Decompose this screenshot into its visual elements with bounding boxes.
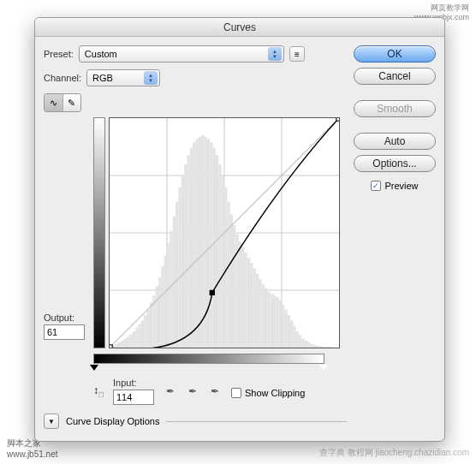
svg-rect-9 (118, 342, 121, 348)
menu-icon: ≡ (295, 50, 300, 59)
svg-rect-12 (127, 336, 129, 348)
input-gradient[interactable] (93, 354, 324, 364)
svg-rect-17 (141, 320, 144, 348)
svg-rect-34 (190, 148, 193, 348)
svg-rect-47 (227, 202, 229, 348)
svg-rect-88 (210, 290, 215, 295)
svg-rect-81 (324, 347, 327, 348)
svg-rect-29 (176, 202, 178, 348)
svg-rect-65 (279, 300, 282, 348)
svg-rect-51 (239, 241, 241, 348)
svg-rect-53 (244, 253, 247, 348)
svg-rect-10 (121, 341, 123, 348)
black-eyedropper[interactable]: ✒ (163, 384, 178, 399)
svg-rect-35 (193, 142, 195, 348)
gray-eyedropper[interactable]: ✒ (185, 384, 200, 399)
curve-display-disclosure[interactable]: ▼ (44, 413, 59, 429)
preset-select[interactable]: Custom ▲▼ (79, 45, 284, 62)
svg-rect-44 (218, 164, 221, 348)
curve-icon: ∿ (50, 98, 57, 109)
svg-rect-24 (161, 266, 164, 348)
svg-rect-60 (265, 289, 267, 348)
svg-rect-87 (110, 345, 112, 348)
svg-rect-52 (241, 247, 244, 348)
svg-rect-57 (256, 274, 259, 348)
ok-button[interactable]: OK (354, 45, 436, 62)
black-point-slider[interactable] (90, 365, 98, 371)
svg-rect-61 (267, 292, 270, 348)
auto-button[interactable]: Auto (354, 133, 436, 150)
preset-menu-button[interactable]: ≡ (289, 46, 305, 62)
svg-rect-70 (293, 326, 295, 348)
dialog-title: Curves (35, 18, 444, 37)
svg-rect-66 (282, 305, 284, 348)
disclosure-label: Curve Display Options (66, 416, 159, 426)
pencil-icon: ✎ (68, 98, 75, 109)
svg-rect-46 (224, 187, 227, 348)
smooth-button[interactable]: Smooth (354, 100, 436, 117)
watermark-bottom-right: 查字典 教程网 jiaocheng.chazidian.com (319, 447, 469, 459)
svg-rect-68 (288, 315, 290, 348)
svg-rect-45 (222, 175, 224, 348)
svg-rect-40 (207, 139, 210, 348)
svg-rect-37 (199, 137, 201, 348)
svg-rect-20 (150, 302, 152, 348)
white-point-slider[interactable] (319, 365, 328, 371)
svg-rect-26 (167, 243, 170, 348)
options-button[interactable]: Options... (354, 155, 436, 172)
curves-dialog: Curves Preset: Custom ▲▼ ≡ Channel: RGB … (34, 17, 445, 442)
svg-rect-55 (250, 263, 253, 348)
preset-label: Preset: (44, 49, 74, 59)
svg-rect-43 (216, 155, 218, 348)
svg-rect-18 (144, 315, 146, 348)
preview-checkbox[interactable]: ✓ Preview (354, 181, 436, 191)
svg-rect-15 (135, 328, 138, 348)
svg-rect-76 (311, 344, 313, 348)
svg-rect-62 (271, 294, 273, 348)
svg-rect-25 (164, 256, 167, 348)
svg-rect-54 (247, 258, 250, 348)
svg-rect-80 (322, 347, 324, 348)
input-field[interactable] (113, 390, 154, 405)
divider (166, 421, 347, 422)
checkbox-icon (231, 388, 241, 398)
channel-select[interactable]: RGB ▲▼ (86, 69, 160, 86)
svg-rect-67 (284, 310, 287, 348)
svg-rect-38 (201, 135, 204, 348)
target-adjust-tool[interactable]: ↕⬚ (93, 384, 104, 398)
eyedropper-icon: ✒ (166, 385, 175, 397)
triangle-down-icon: ▼ (48, 418, 55, 425)
cancel-button[interactable]: Cancel (354, 68, 436, 85)
svg-rect-14 (133, 331, 135, 348)
svg-rect-16 (139, 324, 141, 348)
svg-rect-49 (233, 225, 235, 348)
show-clipping-checkbox[interactable]: Show Clipping (231, 388, 305, 398)
eyedropper-icon: ✒ (211, 385, 219, 397)
svg-rect-23 (158, 277, 161, 348)
output-label: Output: (44, 312, 74, 323)
svg-rect-19 (147, 310, 150, 348)
svg-rect-69 (290, 320, 293, 348)
svg-rect-89 (336, 118, 339, 121)
curve-point-tool[interactable]: ∿ (45, 94, 62, 111)
svg-rect-36 (196, 139, 199, 348)
svg-rect-82 (328, 347, 330, 348)
svg-rect-75 (307, 342, 310, 348)
curve-pencil-tool[interactable]: ✎ (62, 94, 80, 111)
white-eyedropper[interactable]: ✒ (207, 384, 223, 399)
svg-rect-73 (301, 338, 304, 348)
curve-tool-toggle: ∿ ✎ (44, 93, 81, 112)
svg-rect-72 (299, 335, 301, 348)
output-field[interactable] (44, 324, 85, 340)
svg-rect-42 (213, 148, 216, 348)
svg-rect-78 (316, 346, 318, 348)
input-label: Input: (113, 378, 154, 388)
svg-rect-22 (156, 287, 158, 348)
svg-rect-32 (184, 164, 187, 348)
svg-rect-58 (259, 279, 261, 348)
svg-rect-83 (330, 347, 333, 348)
svg-rect-56 (253, 269, 256, 348)
svg-rect-64 (276, 297, 278, 348)
curve-graph[interactable] (109, 117, 340, 348)
chevron-updown-icon: ▲▼ (144, 71, 158, 85)
